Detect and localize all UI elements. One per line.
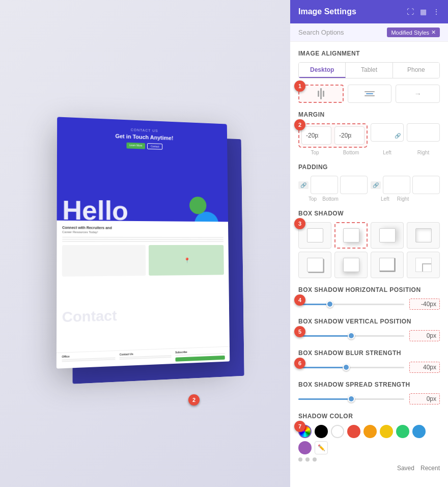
search-label[interactable]: Search Options (298, 29, 344, 36)
shadow-vertical-title: Box Shadow Vertical Position (298, 318, 440, 325)
slider-track-blur (298, 367, 404, 368)
align-right[interactable]: → (396, 85, 440, 103)
map-pin: 📍 (184, 257, 190, 263)
margin-top-input[interactable] (301, 126, 331, 145)
color-purple-swatch[interactable] (298, 441, 312, 454)
alignment-options: 1 → (298, 85, 440, 103)
shadow-spread-slider[interactable] (298, 398, 404, 400)
panel-header: Image Settings ⛶ ▦ ⋮ (290, 0, 448, 23)
slider-thumb-v[interactable] (348, 332, 355, 339)
saved-swatch-3[interactable] (313, 457, 317, 462)
color-black-swatch[interactable] (315, 425, 328, 438)
shadow-side[interactable] (371, 222, 404, 249)
shadow-color-section: Shadow Color 7 ✏️ (298, 413, 440, 472)
recent-label: Recent (421, 465, 440, 472)
settings-panel: Image Settings ⛶ ▦ ⋮ Search Options Modi… (290, 0, 448, 487)
shadow-flat[interactable] (407, 222, 440, 249)
saved-recent-labels: Saved Recent (298, 465, 440, 472)
mockup-sub-title2: Career Resources Today! (62, 230, 223, 234)
step-2-indicator: 2 (294, 119, 305, 130)
shadow-horizontal-value[interactable]: -40px (409, 299, 440, 310)
mockup-sub-title: Connect with Recruiters and (62, 226, 223, 230)
margin-bottom-label: Bottom (334, 150, 368, 155)
shadow-spread-slider-row: 0px (298, 393, 440, 404)
margin-top-cell (301, 126, 331, 145)
footer-col-1: Office (62, 353, 115, 366)
step-6-badge: 6 (294, 358, 305, 369)
color-yellow-swatch[interactable] (380, 425, 393, 438)
step-2-badge: 2 (188, 394, 200, 405)
fullscreen-icon[interactable]: ⛶ (407, 8, 414, 16)
shadow-horizontal-slider-row: 4 -40px (298, 299, 440, 310)
padding-left-input[interactable] (383, 176, 410, 194)
color-swatches: 7 ✏️ (298, 425, 440, 454)
mockup-contact-text: Contact (62, 308, 117, 326)
shadow-vertical-slider[interactable] (298, 335, 404, 337)
color-orange-swatch[interactable] (363, 425, 377, 438)
slider-thumb-spread[interactable] (348, 395, 355, 402)
shadow-spread-value[interactable]: 0px (409, 393, 440, 404)
align-left-icon (318, 88, 324, 99)
padding-left-cell (383, 176, 410, 194)
shadow-bottom[interactable] (298, 252, 331, 278)
color-blue-swatch[interactable] (412, 425, 426, 438)
shadow-vertical-slider-row: 5 0px (298, 330, 440, 341)
slider-thumb-h[interactable] (326, 301, 333, 308)
hero-btn-2: Contact (147, 143, 163, 150)
padding-right-input[interactable] (412, 176, 440, 194)
margin-right-cell (407, 123, 440, 148)
color-pen-tool[interactable]: ✏️ (315, 441, 328, 454)
shadow-blur-slider-row: 6 40px (298, 362, 440, 373)
shadow-custom[interactable] (407, 252, 440, 278)
more-icon[interactable]: ⋮ (433, 8, 440, 16)
shadow-none-box (307, 228, 323, 242)
shadow-horizontal-slider[interactable] (298, 304, 404, 305)
tab-desktop[interactable]: Desktop (299, 63, 346, 78)
footer-label: Office (62, 353, 116, 358)
shadow-horizontal-title: Box Shadow Horizontal Position (298, 286, 440, 293)
margin-right-label: Right (407, 150, 440, 155)
close-modified-icon[interactable]: ✕ (431, 29, 436, 36)
shadow-blur-value[interactable]: 40px (409, 362, 440, 373)
saved-swatch-2[interactable] (305, 457, 310, 462)
step-5-badge: 5 (294, 326, 305, 337)
color-green-swatch[interactable] (396, 425, 409, 438)
columns-icon[interactable]: ▦ (420, 8, 427, 16)
slider-track-spread (298, 398, 404, 400)
slider-track-h (298, 304, 404, 305)
margin-right-input[interactable] (407, 123, 440, 142)
color-red-swatch[interactable] (347, 425, 360, 438)
tab-phone[interactable]: Phone (393, 63, 439, 78)
shadow-large[interactable] (334, 252, 368, 278)
margin-bottom-input[interactable] (334, 126, 365, 145)
padding-bottom-label: Bottom (319, 196, 342, 202)
shadow-outline[interactable] (371, 252, 404, 278)
shadow-vertical-value[interactable]: 0px (409, 330, 440, 341)
color-white-swatch[interactable] (331, 425, 344, 438)
shadow-custom-box (415, 258, 432, 272)
padding-link-icon-top: 🔗 (298, 181, 309, 189)
shadow-options: 3 (298, 222, 440, 278)
modified-badge[interactable]: Modified Styles ✕ (387, 28, 440, 37)
header-icons: ⛶ ▦ ⋮ (407, 8, 440, 16)
shadow-blur-slider[interactable] (298, 367, 404, 368)
shadow-spread-title: Box Shadow Spread Strength (298, 381, 440, 388)
margin-inputs: 2 🔗 (298, 123, 440, 148)
slider-thumb-blur[interactable] (343, 364, 350, 371)
hero-title: Get in Touch Anytime! (115, 133, 173, 141)
align-center[interactable] (348, 85, 392, 103)
tab-tablet[interactable]: Tablet (346, 63, 393, 78)
margin-labels: Top Bottom Left Right (298, 150, 440, 155)
shadow-side-box (379, 228, 396, 242)
shadow-flat-box (415, 228, 432, 242)
margin-title: Margin (298, 111, 440, 118)
hero-section: CONTACT US Get in Touch Anytime! Learn M… (57, 117, 228, 222)
saved-swatch-1[interactable] (298, 457, 302, 462)
link-icon-left: 🔗 (395, 133, 401, 139)
padding-top-input[interactable] (311, 176, 338, 194)
padding-bottom-input[interactable] (340, 176, 368, 194)
box-shadow-section: Box Shadow 3 (298, 210, 440, 278)
shadow-outer[interactable] (334, 222, 368, 249)
preview-area: CONTACT US Get in Touch Anytime! Learn M… (0, 0, 290, 487)
hero-label: CONTACT US (131, 128, 158, 132)
